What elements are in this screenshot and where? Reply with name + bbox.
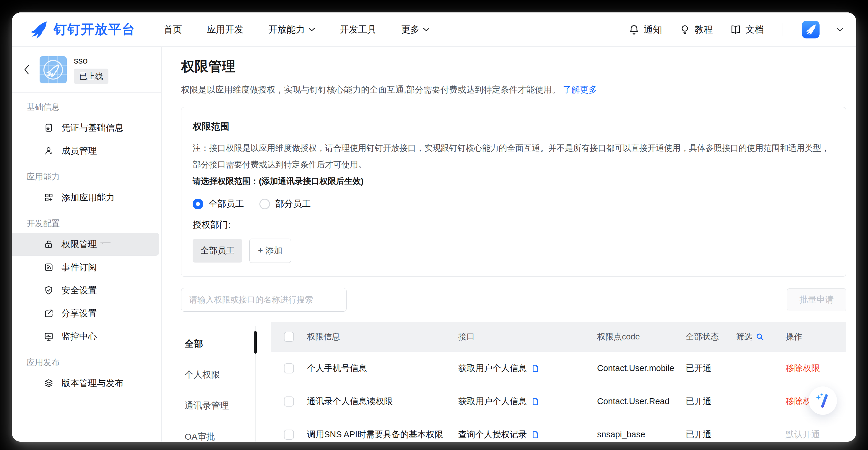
rss-icon <box>44 262 54 272</box>
scope-select-label: 请选择权限范围：(添加通讯录接口权限后生效) <box>193 176 364 186</box>
nav-item-more[interactable]: 更多 <box>401 23 430 36</box>
page-title: 权限管理 <box>181 57 846 76</box>
radio-partial-employees[interactable]: 部分员工 <box>259 198 311 210</box>
tutorials-button[interactable]: 教程 <box>679 23 713 36</box>
api-doc-link-icon[interactable] <box>531 364 540 373</box>
category-list: 全部 个人权限 通讯录管理 OA审批 考勤 <box>181 322 257 442</box>
scope-radio-group: 全部员工 部分员工 <box>193 198 835 210</box>
sidebar-item-version-management[interactable]: 版本管理与发布 <box>12 372 161 395</box>
sidebar-item-permission-management[interactable]: 权限管理 <box>12 233 159 256</box>
nav-item-app-dev[interactable]: 应用开发 <box>207 23 243 36</box>
authorized-department-row: 全部员工 + 添加 <box>193 238 835 263</box>
sidebar-item-label: 安全设置 <box>61 284 97 297</box>
category-contacts[interactable]: 通讯录管理 <box>181 390 257 421</box>
shield-check-icon <box>44 285 54 296</box>
row-checkbox[interactable] <box>284 396 294 406</box>
nav-right-actions: 通知 教程 文档 <box>628 21 843 38</box>
header-status-filter[interactable]: 全部状态 <box>686 330 736 343</box>
row-checkbox[interactable] <box>284 363 294 373</box>
search-magnifier-icon <box>755 332 764 341</box>
account-chevron-down-icon[interactable] <box>837 28 843 32</box>
header-api: 接口 <box>458 331 597 342</box>
app-header: sso 已上线 <box>12 51 161 92</box>
cell-status: 已开通 <box>686 396 785 407</box>
cell-api-name: 获取用户个人信息 <box>458 396 527 407</box>
header-permission-code: 权限点code <box>597 331 686 342</box>
radio-selected-icon[interactable] <box>193 199 203 209</box>
layers-icon <box>44 378 54 388</box>
logo-text: 钉钉开放平台 <box>54 21 135 38</box>
default-enabled-text: 默认开通 <box>785 429 846 441</box>
grid-plus-icon <box>44 193 54 202</box>
dingtalk-logo[interactable]: 钉钉开放平台 <box>28 19 135 40</box>
radio-unselected-icon[interactable] <box>259 199 270 209</box>
department-tag: 全部员工 <box>193 239 242 262</box>
authorized-department-label: 授权部门: <box>193 219 835 231</box>
category-all[interactable]: 全部 <box>181 328 257 359</box>
book-icon <box>730 24 741 35</box>
filter-label: 筛选 <box>736 331 752 342</box>
sidebar-item-label: 成员管理 <box>61 145 97 157</box>
cell-permission-code: Contact.User.Read <box>597 396 686 406</box>
page-description: 权限是以应用维度做授权，实现与钉钉核心能力的全面互通,部分需要付费或达到特定条件… <box>181 84 846 96</box>
cell-permission-info: 调用SNS API时需要具备的基本权限 <box>307 429 458 441</box>
nav-item-open-capability[interactable]: 开放能力 <box>268 23 315 36</box>
category-oa-approval[interactable]: OA审批 <box>181 421 257 442</box>
bell-icon <box>628 24 640 35</box>
sidebar-item-credentials[interactable]: 凭证与基础信息 <box>12 116 161 139</box>
api-doc-link-icon[interactable] <box>531 430 540 439</box>
sidebar-item-share-settings[interactable]: 分享设置 <box>12 302 161 325</box>
radio-all-employees[interactable]: 全部员工 <box>193 198 244 210</box>
sidebar-item-add-capability[interactable]: 添加应用能力 <box>12 186 161 209</box>
scope-note-text: 注：接口权限是以应用维度做授权，请合理使用钉钉开放接口，实现跟钉钉核心能力的全面… <box>193 143 830 169</box>
scope-card-note: 注：接口权限是以应用维度做授权，请合理使用钉钉开放接口，实现跟钉钉核心能力的全面… <box>193 140 831 190</box>
remove-permission-link[interactable]: 移除权限 <box>785 363 846 374</box>
cell-status: 已开通 <box>686 363 785 374</box>
sidebar-item-security-settings[interactable]: 安全设置 <box>12 279 161 302</box>
top-navigation-bar: 钉钉开放平台 首页 应用开发 开放能力 开发工具 更多 通知 <box>12 12 856 47</box>
sidebar-item-event-subscription[interactable]: 事件订阅 <box>12 256 161 279</box>
sidebar-item-label: 凭证与基础信息 <box>61 122 123 134</box>
sidebar-item-label: 权限管理 <box>61 238 97 250</box>
radio-label: 部分员工 <box>275 198 311 210</box>
table-row: 个人手机号信息 获取用户个人信息 Contact.User.mobile 已开通… <box>271 352 846 385</box>
primary-nav: 首页 应用开发 开放能力 开发工具 更多 <box>164 23 430 36</box>
docs-button[interactable]: 文档 <box>730 23 764 36</box>
unlock-icon <box>44 239 54 249</box>
nav-item-home[interactable]: 首页 <box>164 23 182 36</box>
api-doc-link-icon[interactable] <box>531 397 540 406</box>
permission-table: 权限信息 接口 权限点code 全部状态 筛选 操作 <box>271 322 846 442</box>
notifications-label: 通知 <box>644 23 662 36</box>
sidebar-item-label: 事件订阅 <box>61 261 97 274</box>
cell-api-name: 查询个人授权记录 <box>458 429 527 441</box>
category-scrollbar-thumb[interactable] <box>254 331 257 354</box>
row-checkbox[interactable] <box>284 430 294 440</box>
nav-item-dev-tools[interactable]: 开发工具 <box>340 23 376 36</box>
back-button[interactable] <box>20 63 33 76</box>
category-personal[interactable]: 个人权限 <box>181 359 257 390</box>
magic-wand-icon <box>814 392 831 409</box>
sidebar-item-monitor-center[interactable]: 监控中心 <box>12 325 161 348</box>
ai-assistant-fab[interactable] <box>809 387 837 415</box>
filter-control[interactable]: 筛选 <box>736 331 785 342</box>
sidebar-item-label: 分享设置 <box>61 308 97 319</box>
sidebar-item-members[interactable]: 成员管理 <box>12 139 161 162</box>
share-export-icon <box>44 308 54 318</box>
select-all-checkbox[interactable] <box>284 332 294 342</box>
permission-search-input[interactable] <box>181 288 346 312</box>
docs-label: 文档 <box>745 23 764 36</box>
member-icon <box>44 146 54 156</box>
learn-more-link[interactable]: 了解更多 <box>563 85 597 94</box>
chevron-down-icon <box>308 28 315 32</box>
sidebar-group-dev-config: 开发配置 <box>12 209 161 233</box>
table-header: 权限信息 接口 权限点code 全部状态 筛选 操作 <box>271 322 846 352</box>
app-sidebar: sso 已上线 基础信息 凭证与基础信息 成员管理 <box>12 47 162 442</box>
app-name: sso <box>74 56 108 66</box>
notifications-button[interactable]: 通知 <box>628 23 662 36</box>
sidebar-group-app-release: 应用发布 <box>12 348 161 372</box>
cell-permission-code: Contact.User.mobile <box>597 363 686 373</box>
batch-apply-button[interactable]: 批量申请 <box>787 288 846 311</box>
add-department-button[interactable]: + 添加 <box>249 238 291 263</box>
annotation-arrow <box>100 238 111 248</box>
user-avatar[interactable] <box>802 21 819 38</box>
